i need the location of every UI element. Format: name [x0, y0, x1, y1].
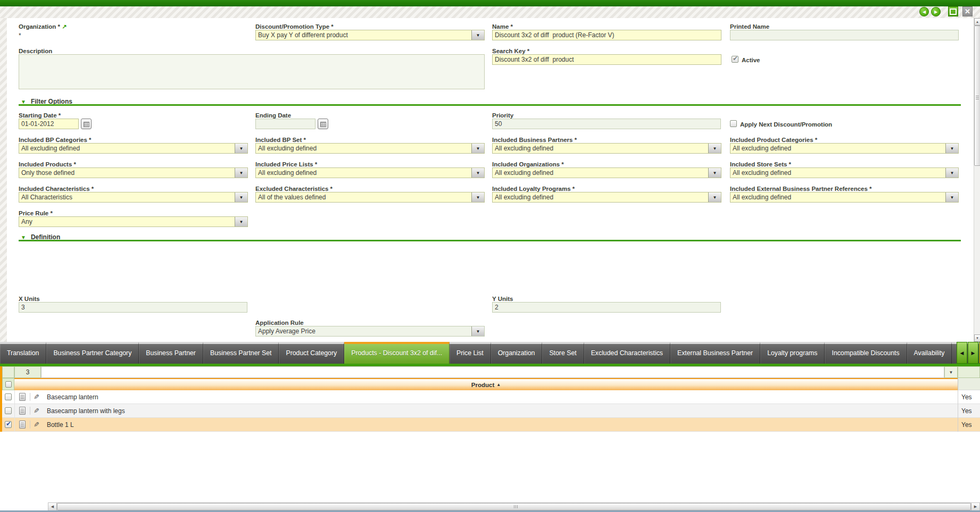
included-store-sets-select[interactable]: All excluding defined▼: [730, 167, 959, 178]
tab-loyalty-programs[interactable]: Loyalty programs: [760, 342, 825, 364]
dropdown-arrow-icon[interactable]: ▼: [471, 168, 484, 178]
close-button[interactable]: ✕: [962, 6, 973, 16]
tab-organization[interactable]: Organization: [491, 342, 543, 364]
dropdown-arrow-icon[interactable]: ▼: [471, 144, 484, 153]
tab-business-partner-category[interactable]: Business Partner Category: [46, 342, 139, 364]
included-products-label: Included Products *: [19, 161, 76, 167]
select-all-checkbox[interactable]: [5, 381, 12, 388]
record-document-icon[interactable]: [19, 407, 26, 415]
grid-row[interactable]: ✎Bottle 1 LYes: [2, 418, 980, 432]
dropdown-arrow-icon[interactable]: ▼: [235, 144, 247, 153]
dropdown-arrow-icon[interactable]: ▼: [945, 144, 958, 153]
dropdown-arrow-icon[interactable]: ▼: [235, 168, 247, 178]
row-checkbox[interactable]: [5, 407, 12, 414]
tab-business-partner-set[interactable]: Business Partner Set: [203, 342, 279, 364]
x-units-input[interactable]: 3: [19, 302, 247, 313]
dropdown-arrow-icon[interactable]: ▼: [471, 192, 484, 202]
tab-business-partner[interactable]: Business Partner: [139, 342, 203, 364]
tab-next-icon: ▶: [971, 350, 975, 356]
grid-horizontal-scrollbar[interactable]: ◀ ▶: [48, 502, 980, 511]
dropdown-arrow-icon[interactable]: ▼: [471, 326, 484, 336]
organization-label-text: Organization *: [19, 23, 60, 30]
dropdown-arrow-icon[interactable]: ▼: [708, 168, 721, 178]
grid-row[interactable]: ✎Basecamp lantern with legsYes: [2, 404, 980, 418]
included-organizations-select[interactable]: All excluding defined▼: [492, 167, 721, 178]
description-label: Description: [19, 48, 52, 54]
printed-name-input[interactable]: [730, 30, 959, 40]
application-rule-select[interactable]: Apply Average Price▼: [255, 326, 485, 337]
grid-row[interactable]: ✎Basecamp lanternYes: [2, 390, 980, 404]
grid-filter-input[interactable]: [41, 366, 944, 378]
dropdown-arrow-icon[interactable]: ▼: [471, 30, 484, 40]
scroll-down-icon[interactable]: ▼: [974, 334, 980, 342]
scroll-left-icon[interactable]: ◀: [48, 503, 57, 510]
discount-type-select[interactable]: Buy X pay Y of different product ▼: [255, 30, 485, 40]
tab-scroll-right-button[interactable]: ▶: [968, 342, 978, 364]
tab-availability[interactable]: Availability: [907, 342, 952, 364]
included-bp-set-value: All excluding defined: [256, 145, 471, 152]
product-column-header[interactable]: Product ▲: [14, 378, 958, 390]
scroll-up-icon[interactable]: ▲: [974, 18, 980, 26]
record-document-icon[interactable]: [19, 393, 26, 401]
tab-product-category[interactable]: Product Category: [279, 342, 344, 364]
included-loyalty-programs-select[interactable]: All excluding defined▼: [492, 192, 721, 203]
tab-incompatible-discounts[interactable]: Incompatible Discounts: [825, 342, 907, 364]
price-rule-select[interactable]: Any▼: [19, 216, 248, 227]
dropdown-arrow-icon[interactable]: ▼: [708, 192, 721, 202]
record-document-icon[interactable]: [19, 421, 26, 429]
dropdown-arrow-icon[interactable]: ▼: [945, 192, 958, 202]
organization-label: Organization * ↗: [19, 23, 67, 30]
ending-date-calendar-icon[interactable]: [318, 119, 328, 129]
priority-input[interactable]: 50: [492, 119, 721, 129]
form-vertical-scrollbar[interactable]: ▲ ▼: [974, 18, 980, 342]
included-bp-set-select[interactable]: All excluding defined▼: [255, 143, 485, 154]
grid-corner-cell: [2, 366, 14, 378]
dropdown-arrow-icon[interactable]: ▼: [945, 168, 958, 178]
name-input[interactable]: Discount 3x2 of diff product (Re-Factor …: [492, 30, 721, 40]
tab-store-set[interactable]: Store Set: [542, 342, 584, 364]
tab-translation[interactable]: Translation: [0, 342, 46, 364]
window-left-frame: [0, 18, 7, 342]
dropdown-arrow-icon[interactable]: ▼: [235, 192, 247, 202]
included-external-bp-references-select[interactable]: All excluding defined▼: [730, 192, 959, 203]
vertical-scrollbar-thumb[interactable]: [974, 26, 980, 166]
edit-icon[interactable]: ✎: [34, 393, 39, 401]
dropdown-arrow-icon[interactable]: ▼: [708, 144, 721, 153]
tab-price-list[interactable]: Price List: [450, 342, 491, 364]
x-units-label: X Units: [19, 296, 40, 302]
ending-date-input[interactable]: [255, 119, 315, 129]
apply-next-discount-checkbox[interactable]: [730, 120, 737, 127]
search-key-input[interactable]: Discount 3x2 of diff product: [492, 54, 721, 65]
included-product-categories-select[interactable]: All excluding defined▼: [730, 143, 959, 154]
tab-scroll-left-button[interactable]: ◀: [957, 342, 967, 364]
filter-dropdown-button[interactable]: ▼: [944, 366, 958, 378]
edit-icon[interactable]: ✎: [34, 407, 39, 415]
price-rule-label: Price Rule *: [19, 210, 53, 216]
starting-date-calendar-icon[interactable]: [81, 119, 92, 129]
tab-products-discount-3x2-of-dif[interactable]: Products - Discount 3x2 of dif...: [344, 342, 450, 364]
previous-record-button[interactable]: ◀: [919, 7, 929, 16]
excluded-characteristics-select[interactable]: All of the values defined▼: [255, 192, 485, 203]
tab-excluded-characteristics[interactable]: Excluded Characteristics: [584, 342, 670, 364]
included-business-partners-value: All excluding defined: [493, 145, 708, 152]
y-units-input[interactable]: 2: [492, 302, 721, 313]
starting-date-input[interactable]: 01-01-2012: [19, 119, 79, 129]
horizontal-scrollbar-thumb[interactable]: [57, 503, 971, 510]
row-checkbox[interactable]: [5, 421, 12, 428]
active-checkbox[interactable]: [732, 56, 738, 63]
dropdown-arrow-icon[interactable]: ▼: [235, 217, 247, 226]
scroll-right-icon[interactable]: ▶: [971, 503, 979, 510]
included-products-select[interactable]: Only those defined▼: [19, 167, 248, 178]
next-record-button[interactable]: ▶: [931, 7, 941, 16]
included-business-partners-select[interactable]: All excluding defined▼: [492, 143, 721, 154]
included-bp-categories-select[interactable]: All excluding defined▼: [19, 143, 248, 154]
included-characteristics-select[interactable]: All Characteristics▼: [19, 192, 248, 203]
maximize-button[interactable]: [948, 6, 958, 16]
included-price-lists-select[interactable]: All excluding defined▼: [255, 167, 485, 178]
row-checkbox-cell: [2, 390, 15, 404]
y-units-label: Y Units: [492, 296, 513, 302]
edit-icon[interactable]: ✎: [34, 421, 39, 429]
tab-external-business-partner[interactable]: External Business Partner: [670, 342, 760, 364]
row-checkbox[interactable]: [5, 393, 12, 400]
description-textarea[interactable]: [19, 54, 485, 89]
